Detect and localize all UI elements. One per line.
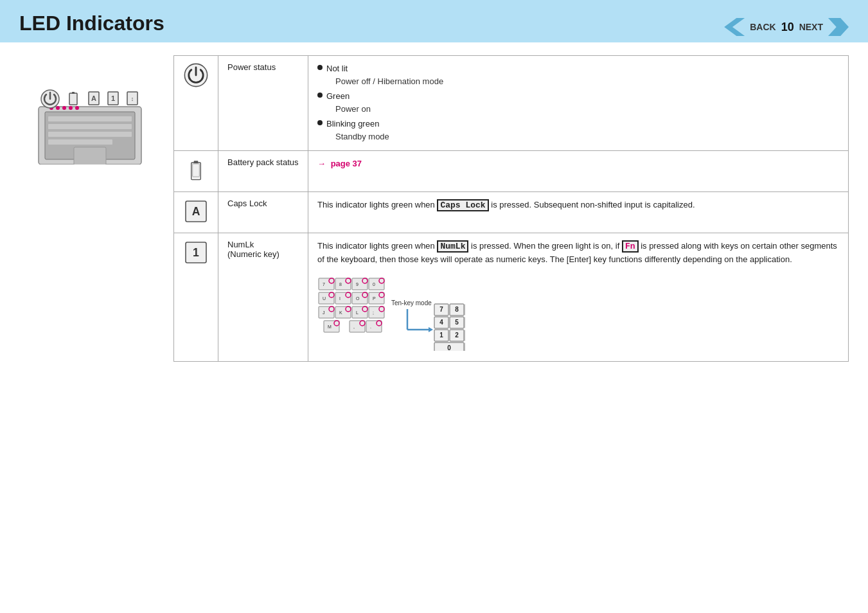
content-area: A 1 ↕ Power status bbox=[0, 42, 868, 375]
svg-text:K: K bbox=[339, 310, 342, 315]
svg-text:,: , bbox=[353, 324, 355, 329]
numlk-desc-para: This indicator lights green when NumLk i… bbox=[317, 240, 839, 265]
svg-rect-50 bbox=[369, 292, 384, 304]
svg-point-9 bbox=[62, 106, 66, 110]
svg-rect-35 bbox=[352, 278, 368, 290]
arrow-right-icon: → bbox=[317, 159, 326, 168]
page-title: LED Indicators bbox=[19, 12, 164, 35]
svg-text:J: J bbox=[323, 310, 325, 315]
battery-page-link[interactable]: page 37 bbox=[331, 159, 362, 168]
svg-rect-59 bbox=[352, 306, 368, 318]
bullet-text: Green bbox=[326, 91, 350, 101]
bullet-dot bbox=[317, 93, 323, 98]
battery-label: Battery pack status bbox=[218, 151, 308, 192]
laptop-illustration: A 1 ↕ bbox=[19, 55, 161, 362]
back-label[interactable]: BACK bbox=[750, 22, 775, 32]
svg-rect-29 bbox=[319, 278, 334, 290]
svg-text:8: 8 bbox=[455, 306, 459, 313]
svg-rect-71 bbox=[366, 321, 382, 332]
svg-text:I: I bbox=[339, 296, 341, 301]
svg-text:8: 8 bbox=[339, 282, 342, 287]
capslock-label: Caps Lock bbox=[218, 192, 308, 233]
bullet-dot bbox=[317, 120, 323, 125]
svg-text:7: 7 bbox=[323, 282, 325, 287]
svg-rect-44 bbox=[335, 292, 351, 304]
svg-rect-5 bbox=[48, 139, 112, 145]
svg-rect-3 bbox=[48, 124, 132, 129]
capslock-key-label: Caps Lock bbox=[437, 199, 488, 211]
svg-rect-41 bbox=[319, 292, 334, 304]
svg-text:O: O bbox=[356, 296, 360, 301]
svg-point-10 bbox=[69, 106, 73, 110]
svg-text:P: P bbox=[373, 296, 376, 301]
svg-text:;: ; bbox=[373, 310, 374, 315]
power-icon-cell bbox=[174, 56, 218, 151]
svg-text:.: . bbox=[370, 324, 371, 329]
bullet-dot bbox=[317, 65, 323, 70]
svg-text:Ten-key mode: Ten-key mode bbox=[391, 299, 432, 306]
svg-rect-56 bbox=[335, 306, 351, 318]
next-label[interactable]: NEXT bbox=[799, 22, 823, 32]
svg-text:9: 9 bbox=[356, 282, 359, 287]
bullet-sub: Standby mode bbox=[326, 130, 389, 143]
fn-key-label: Fn bbox=[622, 240, 639, 253]
numlk-label-text: NumLk(Numeric key) bbox=[227, 240, 279, 259]
svg-rect-62 bbox=[369, 306, 384, 318]
capslock-icon-cell: A bbox=[174, 192, 218, 233]
svg-rect-47 bbox=[352, 292, 368, 304]
svg-rect-32 bbox=[335, 278, 351, 290]
capslock-desc-text: This indicator lights green when bbox=[317, 200, 437, 209]
svg-text:U: U bbox=[323, 296, 326, 301]
svg-text:M: M bbox=[328, 324, 332, 329]
battery-desc: → page 37 bbox=[308, 151, 849, 192]
numlk-label: NumLk(Numeric key) bbox=[218, 233, 308, 362]
bullet-sub: Power off / Hibernation mode bbox=[326, 75, 443, 88]
numlk-key-label: NumLk bbox=[437, 240, 468, 253]
svg-rect-53 bbox=[319, 306, 334, 318]
svg-rect-38 bbox=[369, 278, 384, 290]
bullet-text: Not lit bbox=[326, 64, 348, 73]
page-number: 10 bbox=[781, 21, 794, 34]
svg-rect-65 bbox=[324, 321, 339, 332]
capslock-desc-rest: is pressed. Subsequent non-shifted input… bbox=[489, 200, 695, 209]
svg-text:1: 1 bbox=[111, 94, 115, 102]
svg-text:7: 7 bbox=[439, 306, 443, 313]
bullet-sub: Power on bbox=[326, 103, 371, 116]
svg-text:↕: ↕ bbox=[131, 96, 134, 102]
numlk-row: 1 NumLk(Numeric key) This indicator ligh… bbox=[174, 233, 849, 362]
svg-point-8 bbox=[56, 106, 60, 110]
svg-text:5: 5 bbox=[455, 319, 459, 326]
indicators-table: Power status Not lit Power off / Hiberna… bbox=[173, 55, 849, 362]
numlk-icon-cell: 1 bbox=[174, 233, 218, 362]
svg-point-11 bbox=[75, 106, 79, 110]
svg-text:1: 1 bbox=[193, 246, 199, 259]
capslock-row: A Caps Lock This indicator lights green … bbox=[174, 192, 849, 233]
bullet-text: Blinking green bbox=[326, 119, 379, 129]
battery-row: Battery pack status → page 37 bbox=[174, 151, 849, 192]
power-label: Power status bbox=[218, 56, 308, 151]
svg-marker-76 bbox=[429, 327, 433, 332]
svg-text:0: 0 bbox=[373, 282, 375, 287]
svg-text:2: 2 bbox=[455, 332, 459, 339]
svg-text:0: 0 bbox=[447, 344, 451, 351]
svg-text:A: A bbox=[192, 205, 200, 218]
numlk-desc: This indicator lights green when NumLk i… bbox=[308, 233, 849, 362]
svg-rect-68 bbox=[350, 321, 365, 332]
svg-text:1: 1 bbox=[439, 332, 443, 339]
svg-rect-13 bbox=[69, 93, 77, 105]
svg-text:4: 4 bbox=[439, 319, 443, 326]
svg-rect-2 bbox=[48, 116, 132, 121]
page-header: LED Indicators BACK 10 NEXT bbox=[0, 0, 868, 42]
next-arrow[interactable] bbox=[828, 18, 849, 36]
battery-icon-cell bbox=[174, 151, 218, 192]
svg-rect-23 bbox=[194, 161, 199, 163]
svg-rect-4 bbox=[48, 132, 132, 137]
power-desc: Not lit Power off / Hibernation mode Gre… bbox=[308, 56, 849, 151]
keyboard-diagram: 7 8 9 0 bbox=[317, 272, 465, 351]
back-arrow[interactable] bbox=[724, 18, 745, 36]
capslock-desc: This indicator lights green when Caps Lo… bbox=[308, 192, 849, 233]
svg-text:A: A bbox=[91, 94, 96, 102]
navigation-controls: BACK 10 NEXT bbox=[724, 18, 849, 36]
svg-rect-6 bbox=[74, 147, 106, 164]
svg-rect-14 bbox=[72, 92, 75, 94]
